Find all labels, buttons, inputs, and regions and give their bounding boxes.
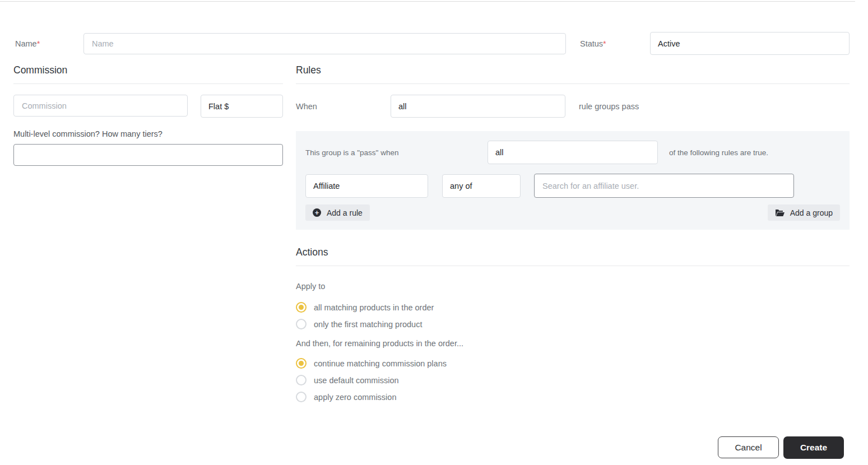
rule-operator-select[interactable]: any of [442,174,521,198]
radio-selected-icon[interactable] [296,358,307,369]
rule-groups-match-row: When all rule groups pass [296,95,850,118]
commission-type-select[interactable]: Flat $ [201,95,283,118]
group-pass-suffix-label: of the following rules are true. [669,148,768,157]
top-divider [0,1,855,2]
apply-to-label: Apply to [296,282,850,291]
rule-group-box: This group is a "pass" when all of the f… [296,131,850,230]
radio-option-first-matching-product[interactable]: only the first matching product [296,319,850,329]
name-status-row: Name* Status* Active [0,32,868,55]
rules-heading: Rules [296,63,850,77]
rule-field-select[interactable]: Affiliate [305,174,428,198]
remaining-products-label: And then, for remaining products in the … [296,339,850,348]
commission-divider [13,83,283,84]
add-group-button[interactable]: Add a group [768,204,840,221]
create-button[interactable]: Create [783,436,844,459]
affiliate-search-input[interactable] [534,174,794,198]
radio-option-apply-zero-commission[interactable]: apply zero commission [296,392,850,402]
folder-icon [775,209,785,217]
radio-unselected-icon[interactable] [296,375,307,385]
plus-circle-icon: + [313,208,321,217]
group-pass-prefix-label: This group is a "pass" when [305,148,488,157]
remaining-products-options: continue matching commission plans use d… [296,358,850,402]
name-label: Name* [15,39,83,48]
when-label: When [296,102,391,111]
add-group-label: Add a group [790,208,833,217]
actions-heading: Actions [296,245,850,259]
commission-section: Commission Flat $ Multi-level commission… [13,63,283,408]
status-label: Status* [580,39,650,48]
rules-actions-column: Rules When all rule groups pass This gro… [296,63,850,408]
status-select[interactable]: Active [650,32,850,55]
apply-to-options: all matching products in the order only … [296,302,850,329]
group-match-select[interactable]: all [488,141,658,164]
status-required-asterisk: * [603,39,606,48]
add-rule-label: Add a rule [327,208,363,217]
radio-unselected-icon[interactable] [296,319,307,329]
commission-heading: Commission [13,63,283,77]
actions-divider [296,266,850,266]
tiers-label: Multi-level commission? How many tiers? [13,129,283,138]
add-rule-button[interactable]: + Add a rule [305,204,370,221]
radio-option-use-default-commission[interactable]: use default commission [296,375,850,385]
commission-amount-input[interactable] [13,95,188,117]
cancel-button[interactable]: Cancel [718,436,779,458]
name-input[interactable] [83,33,566,54]
radio-option-continue-matching[interactable]: continue matching commission plans [296,358,850,369]
tiers-input[interactable] [13,144,283,166]
footer-actions: Cancel Create [718,436,844,459]
rule-groups-match-select[interactable]: all [391,95,565,118]
rules-divider [296,83,850,84]
radio-selected-icon[interactable] [296,302,307,313]
name-required-asterisk: * [37,39,40,48]
rule-groups-pass-label: rule groups pass [579,102,639,111]
rule-row: Affiliate any of [305,174,840,198]
radio-unselected-icon[interactable] [296,392,307,402]
radio-option-all-matching-products[interactable]: all matching products in the order [296,302,850,313]
